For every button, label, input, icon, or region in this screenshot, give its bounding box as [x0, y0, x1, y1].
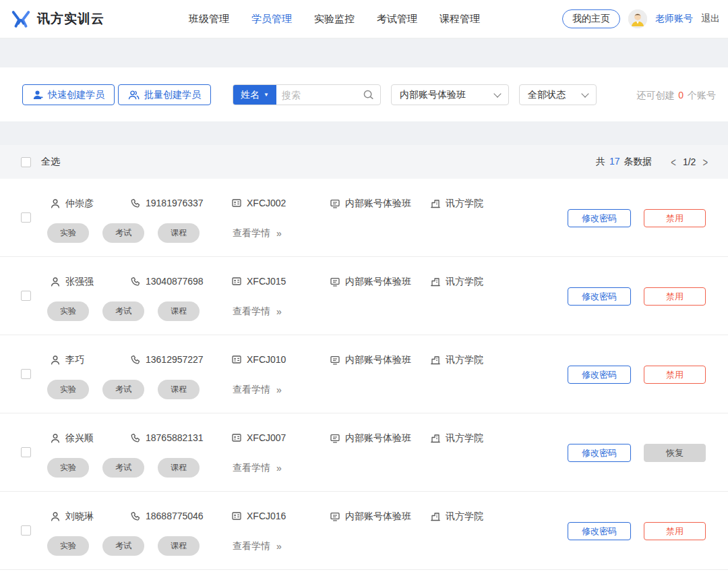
status-filter-select[interactable]: 全部状态 [519, 84, 597, 105]
filter-toolbar: 快速创建学员 批量创建学员 姓名 ▼ 内部账号体验班 全部状态 还可创建 0 个… [0, 67, 728, 121]
tag-exam[interactable]: 考试 [102, 301, 144, 321]
view-progress-link[interactable]: 查看学情 » [233, 227, 282, 239]
tag-exam[interactable]: 考试 [102, 223, 144, 243]
total-count-text: 共 17 条数据 [596, 156, 652, 168]
tag-course[interactable]: 课程 [158, 380, 200, 399]
header-right: 我的主页 老师账号 退出 [562, 9, 720, 28]
tag-experiment[interactable]: 实验 [47, 223, 89, 243]
view-progress-link[interactable]: 查看学情 » [233, 306, 282, 318]
tag-course[interactable]: 课程 [158, 458, 200, 478]
caret-down-icon: ▼ [264, 92, 269, 98]
quick-create-student-button[interactable]: 快速创建学员 [22, 84, 115, 105]
view-progress-link[interactable]: 查看学情 » [233, 462, 282, 474]
row-checkbox[interactable] [21, 447, 31, 457]
tag-exam[interactable]: 考试 [102, 536, 144, 556]
toggle-state-button[interactable]: 禁用 [644, 209, 706, 227]
nav-course-management[interactable]: 课程管理 [439, 13, 480, 26]
search-field-selector[interactable]: 姓名 ▼ [233, 85, 276, 105]
change-password-button[interactable]: 修改密码 [568, 366, 631, 384]
change-password-button[interactable]: 修改密码 [568, 209, 631, 227]
tag-course[interactable]: 课程 [158, 223, 200, 243]
module-tags: 实验 考试 课程 [47, 223, 200, 243]
page-indicator: 1/2 [683, 156, 696, 167]
prev-page-icon[interactable]: < [671, 155, 676, 169]
toggle-state-button[interactable]: 禁用 [644, 366, 706, 384]
building-icon [430, 511, 441, 522]
toggle-state-button[interactable]: 恢复 [644, 444, 706, 462]
view-progress-link[interactable]: 查看学情 » [233, 384, 282, 396]
double-chevron-right-icon: » [276, 306, 282, 317]
tag-experiment[interactable]: 实验 [47, 301, 89, 321]
double-chevron-right-icon: » [276, 541, 282, 552]
student-class: 内部账号体验班 [345, 198, 411, 210]
toggle-state-button[interactable]: 禁用 [644, 287, 706, 306]
tag-course[interactable]: 课程 [158, 301, 200, 321]
student-name: 张强强 [65, 276, 94, 288]
row-checkbox[interactable] [21, 369, 31, 379]
student-name: 李巧 [65, 354, 84, 366]
user-icon [50, 433, 61, 444]
search-field-label: 姓名 [241, 89, 260, 101]
student-school: 讯方学院 [446, 432, 483, 444]
my-homepage-button[interactable]: 我的主页 [562, 9, 620, 28]
module-tags: 实验 考试 课程 [47, 536, 200, 556]
tag-exam[interactable]: 考试 [102, 380, 144, 399]
student-code: XFCJ015 [247, 276, 286, 287]
row-checkbox[interactable] [21, 291, 31, 301]
view-progress-label: 查看学情 [233, 384, 270, 396]
student-list: 仲崇彦 19181976337 XFCJ002 [0, 179, 728, 570]
partial-next-row [0, 570, 728, 576]
logout-link[interactable]: 退出 [701, 13, 720, 25]
student-code: XFCJ010 [247, 354, 286, 365]
nav-student-management[interactable]: 学员管理 [251, 13, 292, 26]
user-icon [50, 511, 61, 522]
user-icon [50, 355, 61, 366]
main-nav: 班级管理 学员管理 实验监控 考试管理 课程管理 [189, 13, 480, 26]
batch-create-student-button[interactable]: 批量创建学员 [118, 84, 211, 105]
spacer [0, 121, 728, 145]
change-password-button[interactable]: 修改密码 [568, 522, 631, 540]
pagination: < 1/2 > [671, 156, 708, 167]
status-filter-value: 全部状态 [528, 89, 566, 101]
phone-icon [130, 198, 141, 208]
avatar[interactable] [628, 9, 647, 28]
student-name: 刘晓琳 [65, 511, 94, 523]
tag-experiment[interactable]: 实验 [47, 536, 89, 556]
change-password-button[interactable]: 修改密码 [568, 444, 631, 462]
student-code: XFCJ007 [247, 432, 286, 443]
tag-course[interactable]: 课程 [158, 536, 200, 556]
view-progress-label: 查看学情 [233, 306, 270, 318]
student-code: XFCJ016 [247, 511, 286, 521]
monitor-icon [330, 511, 340, 522]
view-progress-label: 查看学情 [233, 227, 270, 239]
class-filter-select[interactable]: 内部账号体验班 [391, 84, 509, 105]
search-input[interactable] [276, 85, 363, 105]
batch-create-label: 批量创建学员 [144, 89, 201, 101]
nav-experiment-monitor[interactable]: 实验监控 [314, 13, 355, 26]
nav-class-management[interactable]: 班级管理 [189, 13, 229, 26]
row-checkbox[interactable] [21, 525, 31, 536]
student-class: 内部账号体验班 [345, 511, 411, 523]
next-page-icon[interactable]: > [702, 155, 708, 169]
select-all-checkbox[interactable] [21, 157, 31, 167]
top-navbar: 讯方实训云 班级管理 学员管理 实验监控 考试管理 课程管理 我的主页 老师账号… [0, 0, 728, 38]
account-name[interactable]: 老师账号 [655, 13, 693, 25]
tag-experiment[interactable]: 实验 [47, 458, 89, 478]
change-password-button[interactable]: 修改密码 [568, 287, 631, 306]
brand[interactable]: 讯方实训云 [11, 10, 104, 28]
student-school: 讯方学院 [446, 354, 483, 366]
toggle-state-button[interactable]: 禁用 [644, 522, 706, 540]
student-phone: 13612957227 [146, 354, 204, 365]
phone-icon [130, 354, 141, 365]
tag-exam[interactable]: 考试 [102, 458, 144, 478]
row-checkbox[interactable] [21, 212, 31, 223]
chevron-down-icon [581, 90, 588, 97]
search-icon[interactable] [363, 85, 380, 105]
tag-experiment[interactable]: 实验 [47, 380, 89, 399]
building-icon [430, 355, 441, 366]
student-row: 仲崇彦 19181976337 XFCJ002 [0, 179, 728, 257]
nav-exam-management[interactable]: 考试管理 [377, 13, 417, 26]
view-progress-link[interactable]: 查看学情 » [233, 540, 282, 552]
phone-icon [130, 276, 141, 287]
list-header: 全选 共 17 条数据 < 1/2 > [0, 145, 728, 179]
